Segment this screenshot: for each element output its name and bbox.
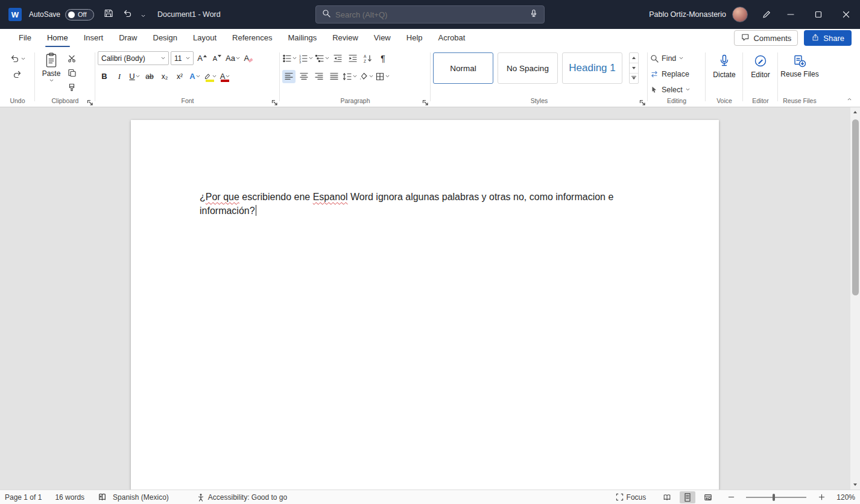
font-size-combo[interactable]: 11 bbox=[171, 51, 194, 65]
undo-button[interactable] bbox=[2, 51, 33, 66]
strikethrough-button[interactable]: ab bbox=[143, 70, 156, 83]
scrollbar-thumb[interactable] bbox=[852, 119, 859, 295]
tab-file[interactable]: File bbox=[11, 29, 39, 47]
editor-button[interactable]: Editor bbox=[745, 50, 776, 96]
search-box[interactable] bbox=[315, 5, 545, 24]
style-normal[interactable]: Normal bbox=[433, 52, 493, 84]
align-left-button[interactable] bbox=[282, 70, 296, 83]
scroll-up-icon[interactable] bbox=[850, 107, 860, 117]
avatar[interactable] bbox=[732, 7, 748, 22]
print-layout-button[interactable] bbox=[680, 491, 695, 503]
change-case-button[interactable]: Aa bbox=[226, 52, 240, 65]
reuse-files-button[interactable]: Reuse Files bbox=[780, 50, 819, 96]
align-center-button[interactable] bbox=[297, 70, 311, 83]
increase-indent-button[interactable] bbox=[346, 52, 359, 65]
document-line-1[interactable]: ¿Por que escribiendo ene Espanol Word ig… bbox=[200, 190, 613, 204]
styles-scroll-down-icon[interactable] bbox=[630, 63, 638, 73]
bold-button[interactable]: B bbox=[98, 70, 111, 83]
multilevel-list-button[interactable] bbox=[315, 52, 329, 65]
tab-references[interactable]: References bbox=[224, 29, 280, 47]
search-input[interactable] bbox=[335, 10, 525, 19]
styles-scroll-up-icon[interactable] bbox=[630, 53, 638, 63]
pen-icon[interactable] bbox=[756, 0, 777, 29]
tab-view[interactable]: View bbox=[366, 29, 399, 47]
tab-home[interactable]: Home bbox=[39, 29, 76, 47]
tab-draw[interactable]: Draw bbox=[111, 29, 145, 47]
read-mode-button[interactable] bbox=[659, 491, 675, 503]
borders-button[interactable] bbox=[375, 70, 390, 83]
cut-button[interactable] bbox=[65, 52, 78, 65]
decrease-indent-button[interactable] bbox=[331, 52, 344, 65]
shading-button[interactable] bbox=[359, 70, 373, 83]
comments-button[interactable]: Comments bbox=[734, 30, 798, 46]
scroll-down-icon[interactable] bbox=[850, 480, 860, 490]
language-indicator[interactable]: Spanish (Mexico) bbox=[113, 490, 169, 504]
style-heading-1[interactable]: Heading 1 bbox=[562, 52, 622, 84]
autosave-toggle[interactable]: Off bbox=[65, 9, 94, 20]
superscript-button[interactable]: x² bbox=[173, 70, 186, 83]
font-dialog-launcher-icon[interactable] bbox=[271, 98, 278, 104]
minimize-button[interactable] bbox=[777, 0, 805, 29]
shrink-font-button[interactable]: A bbox=[210, 52, 224, 65]
tab-help[interactable]: Help bbox=[399, 29, 431, 47]
numbering-button[interactable]: 123 bbox=[299, 52, 313, 65]
document-text[interactable]: ¿Por que escribiendo ene Espanol Word ig… bbox=[200, 190, 613, 218]
tab-mailings[interactable]: Mailings bbox=[280, 29, 325, 47]
text-effects-button[interactable]: A bbox=[188, 70, 201, 83]
copy-button[interactable] bbox=[65, 66, 78, 80]
styles-dialog-launcher-icon[interactable] bbox=[639, 98, 646, 104]
tab-acrobat[interactable]: Acrobat bbox=[431, 29, 473, 47]
web-layout-button[interactable] bbox=[700, 491, 716, 503]
maximize-button[interactable] bbox=[805, 0, 832, 29]
user-name[interactable]: Pablo Ortiz-Monasterio bbox=[649, 10, 726, 19]
font-color-button[interactable]: A bbox=[218, 70, 232, 83]
tab-review[interactable]: Review bbox=[324, 29, 366, 47]
line-spacing-button[interactable] bbox=[343, 70, 357, 83]
dictation-mic-icon[interactable] bbox=[530, 9, 538, 20]
styles-gallery-more-icon[interactable] bbox=[630, 73, 638, 83]
format-painter-button[interactable] bbox=[65, 81, 78, 94]
zoom-slider-thumb[interactable] bbox=[773, 494, 775, 501]
justify-button[interactable] bbox=[327, 70, 341, 83]
page-indicator[interactable]: Page 1 of 1 bbox=[5, 490, 42, 504]
redo-button[interactable] bbox=[2, 67, 33, 81]
undo-icon[interactable] bbox=[122, 8, 132, 20]
underline-button[interactable]: U bbox=[128, 70, 141, 83]
tab-design[interactable]: Design bbox=[145, 29, 185, 47]
document-line-2[interactable]: información? bbox=[200, 204, 613, 218]
dictate-button[interactable]: Dictate bbox=[708, 50, 741, 96]
show-paragraph-marks-button[interactable]: ¶ bbox=[376, 52, 390, 65]
vertical-scrollbar[interactable] bbox=[850, 107, 860, 490]
share-button[interactable]: Share bbox=[804, 30, 852, 46]
accessibility-checker[interactable]: Accessibility: Good to go bbox=[197, 490, 287, 504]
bullets-button[interactable] bbox=[282, 52, 297, 65]
font-name-combo[interactable]: Calibri (Body) bbox=[98, 51, 169, 65]
find-button[interactable]: Find bbox=[650, 51, 703, 65]
paste-button[interactable]: Paste bbox=[37, 50, 65, 96]
subscript-button[interactable]: x₂ bbox=[158, 70, 171, 83]
word-count[interactable]: 16 words bbox=[55, 490, 84, 504]
zoom-in-button[interactable] bbox=[814, 491, 829, 503]
clipboard-dialog-launcher-icon[interactable] bbox=[87, 98, 93, 104]
tab-layout[interactable]: Layout bbox=[185, 29, 224, 47]
style-no-spacing[interactable]: No Spacing bbox=[498, 52, 558, 84]
replace-button[interactable]: Replace bbox=[650, 67, 703, 81]
close-button[interactable] bbox=[832, 0, 860, 29]
document-page[interactable]: ¿Por que escribiendo ene Espanol Word ig… bbox=[131, 120, 719, 490]
zoom-out-button[interactable] bbox=[723, 491, 739, 503]
customize-quick-access-toolbar-icon[interactable] bbox=[141, 9, 145, 20]
align-right-button[interactable] bbox=[312, 70, 326, 83]
proofing-errors-icon[interactable] bbox=[98, 490, 107, 504]
save-icon[interactable] bbox=[104, 8, 113, 20]
zoom-level[interactable]: 120% bbox=[836, 493, 855, 502]
focus-mode-button[interactable]: Focus bbox=[616, 490, 647, 504]
grow-font-button[interactable]: A bbox=[195, 52, 209, 65]
italic-button[interactable]: I bbox=[113, 70, 126, 83]
sort-button[interactable]: AZ bbox=[361, 52, 375, 65]
clear-formatting-button[interactable]: A bbox=[242, 52, 255, 65]
tab-insert[interactable]: Insert bbox=[76, 29, 112, 47]
paragraph-dialog-launcher-icon[interactable] bbox=[422, 98, 429, 104]
collapse-ribbon-icon[interactable] bbox=[847, 92, 852, 103]
select-button[interactable]: Select bbox=[650, 83, 703, 96]
highlight-color-button[interactable] bbox=[203, 70, 217, 83]
